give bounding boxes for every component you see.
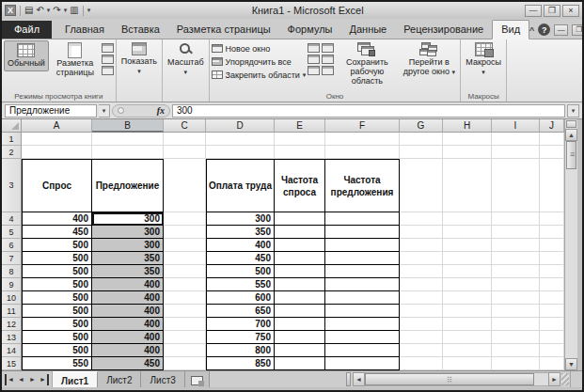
tab-view[interactable]: Вид bbox=[492, 20, 529, 39]
cell-C10[interactable] bbox=[164, 291, 206, 305]
cell-G5[interactable] bbox=[400, 226, 443, 239]
cell-H2[interactable] bbox=[443, 146, 492, 159]
cell-C4[interactable] bbox=[164, 212, 206, 226]
row-header-4[interactable]: 4 bbox=[2, 212, 22, 226]
last-sheet-icon[interactable]: ► bbox=[39, 374, 49, 385]
next-sheet-icon[interactable]: ► bbox=[27, 374, 38, 385]
help-icon[interactable]: ? bbox=[538, 24, 550, 36]
cell-I4[interactable] bbox=[492, 212, 540, 226]
tab-data[interactable]: Данные bbox=[340, 21, 395, 39]
row-header-2[interactable]: 2 bbox=[2, 146, 22, 159]
row-header-1[interactable]: 1 bbox=[2, 133, 22, 146]
horizontal-scroll-thumb[interactable] bbox=[365, 373, 534, 385]
synchronous-scrolling-icon[interactable] bbox=[322, 55, 334, 64]
row-header-10[interactable]: 10 bbox=[2, 291, 22, 305]
cell-I1[interactable] bbox=[492, 133, 540, 146]
cell-F8[interactable] bbox=[325, 265, 400, 278]
cell-E4[interactable] bbox=[275, 212, 325, 226]
minimize-button[interactable]: — bbox=[525, 5, 542, 17]
zoom-button[interactable]: Масштаб ▾ bbox=[165, 40, 207, 78]
cell-C14[interactable] bbox=[164, 344, 206, 357]
cell-C15[interactable] bbox=[164, 357, 206, 370]
split-handle[interactable] bbox=[566, 120, 576, 128]
cell-E2[interactable] bbox=[275, 146, 325, 159]
cell-H13[interactable] bbox=[443, 331, 492, 344]
cell-D2[interactable] bbox=[206, 146, 275, 159]
cell-F9[interactable] bbox=[325, 278, 400, 291]
cell-J7[interactable] bbox=[540, 252, 564, 265]
cell-G7[interactable] bbox=[400, 252, 443, 265]
cell-J8[interactable] bbox=[540, 265, 564, 278]
cell-J6[interactable] bbox=[540, 239, 564, 252]
formula-input[interactable]: 300 bbox=[172, 104, 565, 118]
cell-B13[interactable]: 400 bbox=[92, 331, 164, 344]
cell-D5[interactable]: 350 bbox=[206, 226, 275, 239]
name-box[interactable]: Предложение bbox=[5, 104, 97, 118]
cell-E10[interactable] bbox=[275, 291, 325, 305]
cell-E3[interactable]: Частота спроса bbox=[275, 159, 325, 212]
column-header-I[interactable]: I bbox=[492, 119, 540, 133]
cell-C3[interactable] bbox=[164, 159, 206, 212]
cell-G6[interactable] bbox=[400, 239, 443, 252]
cell-I6[interactable] bbox=[492, 239, 540, 252]
resize-grip[interactable] bbox=[561, 373, 569, 385]
restore-button[interactable]: ❐ bbox=[544, 5, 560, 17]
save-icon[interactable]: ▤ bbox=[24, 6, 33, 15]
cell-J13[interactable] bbox=[540, 331, 564, 344]
cell-C6[interactable] bbox=[164, 239, 206, 252]
cell-E5[interactable] bbox=[275, 226, 325, 239]
name-box-dropdown-icon[interactable]: ▾ bbox=[99, 104, 110, 118]
cell-F5[interactable] bbox=[325, 226, 400, 239]
sheet-tab-3[interactable]: Лист3 bbox=[141, 371, 184, 387]
cell-F4[interactable] bbox=[325, 212, 400, 226]
cell-I3[interactable] bbox=[492, 159, 540, 212]
tab-formulas[interactable]: Формулы bbox=[279, 21, 341, 39]
cell-G13[interactable] bbox=[400, 331, 443, 344]
cell-A12[interactable]: 500 bbox=[22, 318, 92, 331]
cell-D15[interactable]: 850 bbox=[206, 357, 275, 370]
row-header-13[interactable]: 13 bbox=[2, 331, 22, 344]
cell-H10[interactable] bbox=[443, 291, 492, 305]
cell-F2[interactable] bbox=[325, 146, 400, 159]
cell-I7[interactable] bbox=[492, 252, 540, 265]
cell-E7[interactable] bbox=[275, 252, 325, 265]
cell-B11[interactable]: 400 bbox=[92, 305, 164, 318]
row-header-7[interactable]: 7 bbox=[2, 252, 22, 265]
horizontal-scroll-track[interactable] bbox=[365, 372, 548, 386]
cell-H7[interactable] bbox=[443, 252, 492, 265]
cell-A8[interactable]: 500 bbox=[22, 265, 92, 278]
cell-D7[interactable]: 450 bbox=[206, 252, 275, 265]
cell-E6[interactable] bbox=[275, 239, 325, 252]
cell-E12[interactable] bbox=[275, 318, 325, 331]
cell-G14[interactable] bbox=[400, 344, 443, 357]
vertical-scroll-thumb[interactable] bbox=[566, 141, 576, 169]
tab-insert[interactable]: Вставка bbox=[113, 21, 168, 39]
close-button[interactable]: × bbox=[562, 5, 579, 17]
first-sheet-icon[interactable]: ◄ bbox=[5, 374, 15, 385]
unhide-icon[interactable] bbox=[308, 66, 320, 75]
cell-H4[interactable] bbox=[443, 212, 492, 226]
scroll-down-icon[interactable]: ▼ bbox=[565, 358, 577, 370]
cell-A13[interactable]: 500 bbox=[22, 331, 92, 344]
cell-F12[interactable] bbox=[325, 318, 400, 331]
save-workspace-button[interactable]: Сохранить рабочую область bbox=[336, 40, 398, 88]
redo-dropdown-icon[interactable]: ▾ bbox=[64, 7, 68, 14]
new-window-button[interactable]: Новое окно bbox=[212, 42, 307, 55]
cell-C11[interactable] bbox=[164, 305, 206, 318]
cell-A3[interactable]: Спрос bbox=[22, 159, 92, 212]
row-header-12[interactable]: 12 bbox=[2, 318, 22, 331]
cell-G4[interactable] bbox=[400, 212, 443, 226]
row-header-3[interactable]: 3 bbox=[2, 159, 22, 212]
page-layout-view-button[interactable]: Разметка страницы bbox=[51, 40, 100, 80]
cell-J9[interactable] bbox=[540, 278, 564, 291]
cell-J14[interactable] bbox=[540, 344, 564, 357]
tab-review[interactable]: Рецензирование bbox=[395, 21, 492, 39]
custom-views-icon[interactable] bbox=[102, 55, 114, 64]
fx-icon[interactable]: fx bbox=[157, 105, 165, 116]
minimize-ribbon-icon[interactable]: ^ bbox=[529, 25, 534, 35]
cell-A9[interactable]: 500 bbox=[22, 278, 92, 291]
expand-formula-bar-icon[interactable]: ▾ bbox=[567, 104, 579, 118]
cell-D4[interactable]: 300 bbox=[206, 212, 275, 226]
arrange-all-button[interactable]: Упорядочить все bbox=[212, 55, 307, 68]
cell-A11[interactable]: 500 bbox=[22, 305, 92, 318]
